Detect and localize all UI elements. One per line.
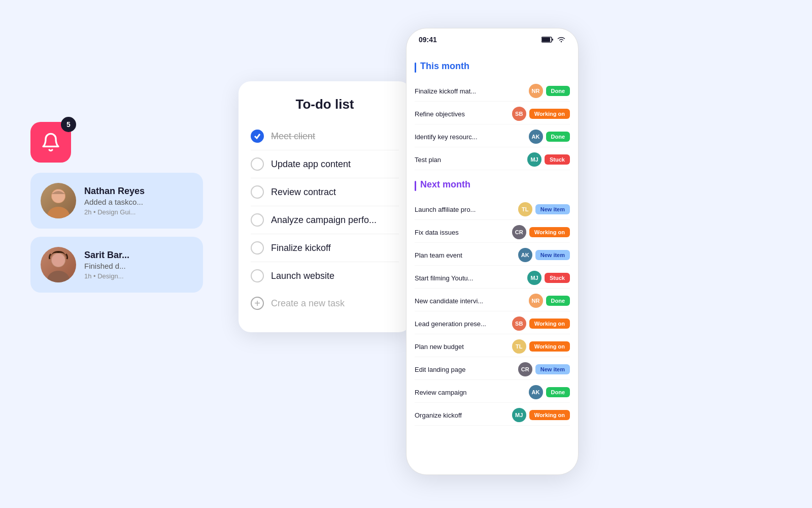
next-month-header: Next month (415, 176, 570, 195)
status-badge-2: Done (546, 132, 570, 142)
next-month-bar (415, 181, 416, 191)
battery-icon (542, 37, 554, 43)
todo-label-3: Analyze campaign perfo... (271, 215, 377, 226)
todo-checkbox-1[interactable] (251, 157, 264, 171)
status-badge-1: Working on (529, 109, 570, 119)
task-name-0: Launch affiliate pro... (415, 206, 515, 213)
next-month-title: Next month (420, 179, 470, 190)
add-task-icon[interactable]: + (251, 297, 264, 310)
notification-badge: 5 (61, 117, 76, 132)
task-row-next-month-tasks-4[interactable]: New candidate intervi...NRDone (415, 291, 570, 311)
svg-rect-8 (542, 38, 550, 42)
status-bar: 09:41 (407, 28, 578, 47)
task-row-this-month-tasks-2[interactable]: Identify key resourc...AKDone (415, 126, 570, 147)
todo-label-5: Launch website (271, 271, 334, 281)
todo-label-0: Meet client (271, 131, 315, 142)
status-badge-9: Working on (529, 410, 570, 420)
status-badge-2: New item (535, 250, 570, 260)
notification-card-2[interactable]: Sarit Bar... Finished d... 1h • Design..… (30, 237, 203, 293)
task-avatar-0: TL (518, 202, 532, 216)
notification-name-2: Sarit Bar... (84, 250, 193, 261)
notification-desc-2: Finished d... (84, 262, 193, 270)
this-month-title: This month (420, 61, 469, 72)
status-icons (542, 36, 566, 43)
task-row-next-month-tasks-6[interactable]: Plan new budgetTLWorking on (415, 336, 570, 357)
svg-point-3 (52, 189, 65, 203)
task-avatar-9: MJ (512, 408, 526, 422)
person-icon-2 (41, 247, 76, 282)
this-month-bar (415, 62, 416, 73)
task-avatar-2: AK (529, 130, 543, 144)
task-row-next-month-tasks-0[interactable]: Launch affiliate pro...TLNew item (415, 199, 570, 220)
svg-point-1 (47, 207, 70, 218)
task-name-9: Organize kickoff (415, 411, 509, 419)
task-avatar-8: AK (529, 385, 543, 399)
task-name-3: Test plan (415, 156, 524, 164)
todo-item-3[interactable]: Analyze campaign perfo... (251, 206, 399, 234)
task-row-next-month-tasks-3[interactable]: Start filming Youtu...MJStuck (415, 268, 570, 289)
notification-text-2: Sarit Bar... Finished d... 1h • Design..… (84, 250, 193, 280)
todo-label-1: Update app content (271, 159, 351, 170)
status-time: 09:41 (419, 36, 437, 44)
task-avatar-4: NR (529, 294, 543, 308)
avatar-sarit (41, 247, 76, 282)
notification-text-1: Nathan Reyes Added a taskco... 2h • Desi… (84, 186, 193, 216)
task-row-next-month-tasks-8[interactable]: Review campaignAKDone (415, 382, 570, 403)
wifi-icon (557, 36, 566, 43)
todo-label-4: Finalize kickoff (271, 243, 331, 253)
task-avatar-2: AK (518, 248, 532, 262)
task-row-this-month-tasks-1[interactable]: Refine objectivesSBWorking on (415, 104, 570, 124)
status-badge-1: Working on (529, 227, 570, 237)
status-badge-8: Done (546, 387, 570, 397)
svg-point-6 (52, 253, 65, 267)
task-name-1: Fix data issues (415, 229, 509, 236)
todo-title: To-do list (251, 97, 399, 112)
add-task-item[interactable]: + Create a new task (251, 290, 399, 317)
todo-item-2[interactable]: Review contract (251, 178, 399, 206)
task-avatar-3: MJ (527, 152, 542, 167)
notification-desc-1: Added a taskco... (84, 198, 193, 206)
todo-item-5[interactable]: Launch website (251, 262, 399, 290)
task-row-next-month-tasks-2[interactable]: Plan team eventAKNew item (415, 245, 570, 266)
task-name-6: Plan new budget (415, 343, 509, 351)
todo-checkbox-0[interactable] (251, 130, 264, 143)
phone-mockup: 09:41 This month Finalize kickoff mat...… (406, 28, 579, 475)
task-row-next-month-tasks-7[interactable]: Edit landing pageCRNew item (415, 359, 570, 380)
this-month-header: This month (415, 58, 570, 77)
task-name-4: New candidate intervi... (415, 297, 526, 305)
todo-checkbox-5[interactable] (251, 269, 264, 282)
task-avatar-7: CR (518, 362, 532, 376)
status-badge-0: Done (546, 86, 570, 96)
status-badge-3: Stuck (545, 154, 570, 165)
this-month-tasks: Finalize kickoff mat...NRDoneRefine obje… (415, 81, 570, 170)
svg-point-5 (47, 271, 70, 282)
task-avatar-0: NR (529, 84, 543, 98)
notification-card-1[interactable]: Nathan Reyes Added a taskco... 2h • Desi… (30, 173, 203, 229)
bell-wrapper: 5 (30, 122, 71, 163)
status-badge-7: New item (535, 364, 570, 374)
todo-label-2: Review contract (271, 187, 336, 198)
todo-checkbox-4[interactable] (251, 241, 264, 255)
todo-item-4[interactable]: Finalize kickoff (251, 234, 399, 262)
task-row-next-month-tasks-9[interactable]: Organize kickoffMJWorking on (415, 405, 570, 426)
task-row-next-month-tasks-1[interactable]: Fix data issuesCRWorking on (415, 222, 570, 243)
bell-icon (41, 132, 61, 152)
todo-item-0[interactable]: Meet client (251, 122, 399, 150)
todo-checkbox-3[interactable] (251, 213, 264, 227)
svg-rect-9 (552, 39, 553, 41)
notification-meta-2: 1h • Design... (84, 272, 193, 280)
notification-name-1: Nathan Reyes (84, 186, 193, 197)
task-row-next-month-tasks-5[interactable]: Lead generation prese...SBWorking on (415, 313, 570, 334)
add-task-label[interactable]: Create a new task (271, 298, 345, 309)
task-name-7: Edit landing page (415, 366, 515, 373)
task-name-1: Refine objectives (415, 110, 509, 118)
task-row-this-month-tasks-0[interactable]: Finalize kickoff mat...NRDone (415, 81, 570, 102)
task-avatar-1: SB (512, 107, 526, 121)
person-icon-1 (41, 183, 76, 218)
todo-item-1[interactable]: Update app content (251, 150, 399, 178)
task-row-this-month-tasks-3[interactable]: Test planMJStuck (415, 149, 570, 170)
task-name-5: Lead generation prese... (415, 320, 509, 328)
status-badge-4: Done (546, 296, 570, 306)
notification-area: 5 Nathan Reyes Added a taskco... 2h • De… (30, 122, 203, 301)
todo-checkbox-2[interactable] (251, 185, 264, 199)
